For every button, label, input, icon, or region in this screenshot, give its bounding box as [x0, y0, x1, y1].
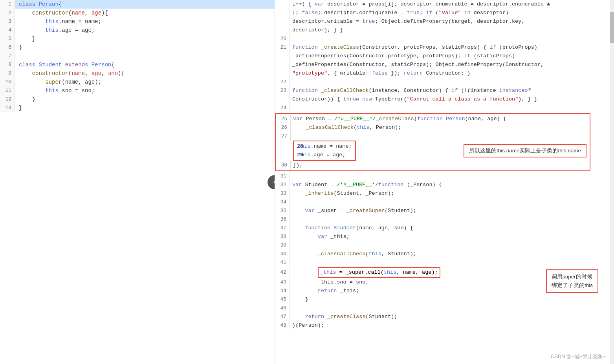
right-code-line-48: 48 }(Person); — [275, 321, 610, 330]
right-code-line-21b: _defineProperties(Constructor.prototype,… — [275, 52, 610, 60]
line-content — [290, 241, 610, 250]
right-code-line-42: 42 _this = _super.call(this, name, age); — [275, 267, 546, 278]
right-code-line-32: 32 var Student = /*#__PURE__*/function (… — [275, 181, 610, 189]
line-content: super(name, age); — [15, 78, 275, 86]
line-number: 20 — [275, 35, 290, 43]
right-code-line-22: 22 — [275, 78, 610, 86]
line-content: constructor(name, age, sno){ — [15, 69, 275, 78]
line-number: 3 — [0, 17, 15, 26]
line-number: 38 — [275, 232, 290, 241]
line-number — [275, 52, 290, 60]
line-content: this.sno = sno; — [15, 86, 275, 95]
line-content: this.name = name; — [297, 142, 352, 151]
line-number: 10 — [0, 78, 15, 86]
line-content: } — [15, 43, 275, 52]
right-code-line-33: 33 _inherits(Student, _Person); — [275, 189, 610, 198]
right-code-line-47: 47 return _createClass(Student); — [275, 313, 610, 321]
line-number: 48 — [275, 321, 290, 330]
line-content — [290, 304, 610, 313]
line-number: 41 — [275, 258, 290, 267]
line-content: }(Person); — [290, 321, 610, 330]
line-number: 11 — [0, 86, 15, 95]
line-number: 13 — [0, 104, 15, 112]
right-code-line-41: 41 — [275, 258, 610, 267]
right-code-line-45: 45 } — [275, 295, 610, 304]
code-line-2: 2 constructor(name, age){ — [0, 9, 275, 17]
line-number: 43 — [275, 278, 290, 287]
left-code-panel: 1 class Person{ 2 constructor(name, age)… — [0, 0, 275, 364]
line-content: Constructor)) { throw new TypeError("Can… — [290, 95, 610, 104]
right-code-line-23: 23 function _classCallCheck(instance, Co… — [275, 86, 610, 95]
line-number: 26 — [276, 123, 291, 132]
line-content: } — [290, 295, 610, 304]
scrollbar-thumb[interactable] — [610, 12, 614, 43]
right-code-line-36: 36 — [275, 215, 610, 224]
line-content — [290, 215, 610, 224]
line-number: 1 — [0, 0, 15, 9]
code-line-13: 13 } — [0, 104, 275, 112]
watermark: CSDN @~嘘~禁止想象~ — [551, 353, 606, 360]
right-code-line-21d: "prototype", { writable: false }); retur… — [275, 69, 610, 78]
line-content: function _classCallCheck(instance, Const… — [290, 86, 610, 95]
line-content: _this.sno = sno; — [290, 278, 546, 287]
inner-code: 28 this.name = name; 29 this.age = age; — [276, 141, 464, 161]
line-number — [275, 9, 290, 17]
line-number: 47 — [275, 313, 290, 321]
line-content: descriptor.writable = true; Object.defin… — [290, 17, 610, 26]
right-code-line-27: 27 — [276, 132, 590, 141]
line-number: 30 — [276, 161, 291, 170]
right-code-line-37: 37 function Student(name, age, sno) { — [275, 224, 610, 232]
line-content: _this = _super.call(this, name, age); — [290, 267, 440, 278]
right-code-line-26: 26 _classCallCheck(this, Person); — [276, 123, 590, 132]
line-content: || false; descriptor.configurable = true… — [290, 9, 610, 17]
line-number: 35 — [275, 207, 290, 215]
line-content: class Person{ — [15, 0, 275, 9]
line-number — [275, 17, 290, 26]
line-number: 33 — [275, 189, 290, 198]
line-content: var Person = /*#__PURE__*/_createClass(f… — [291, 115, 590, 123]
line-number: 12 — [0, 95, 15, 104]
right-code-line-34: 34 — [275, 198, 610, 207]
line-content: _defineProperties(Constructor, staticPro… — [290, 60, 610, 69]
code-line-1: 1 class Person{ — [0, 0, 275, 9]
line-number — [275, 95, 290, 104]
line-content: _classCallCheck(this, Student); — [290, 250, 610, 258]
line-number: 31 — [275, 172, 290, 181]
code-line-12: 12 } — [0, 95, 275, 104]
line-content: _classCallCheck(this, Person); — [291, 123, 590, 132]
line-content: } — [15, 35, 275, 43]
code-line-9: 9 constructor(name, age, sno){ — [0, 69, 275, 78]
right-code-line-40: 40 _classCallCheck(this, Student); — [275, 250, 610, 258]
scrollbar[interactable] — [610, 0, 614, 364]
annotation-label-2: 调用super的时候 绑定了子类的this — [546, 269, 598, 293]
right-code-line-43: 43 _this.sno = sno; — [275, 278, 546, 287]
right-code-line-46: 46 — [275, 304, 610, 313]
line-content: descriptor); } } — [290, 26, 610, 35]
right-code-line-35: 35 var _super = _createSuper(Student); — [275, 207, 610, 215]
line-number: 37 — [275, 224, 290, 232]
annotation-section-1: 25 var Person = /*#__PURE__*/_createClas… — [275, 113, 590, 171]
line-number — [275, 69, 290, 78]
line-number — [275, 0, 290, 9]
line-number: 42 — [275, 268, 290, 277]
line-number: 22 — [275, 78, 290, 86]
collapse-icon: ‹ — [272, 177, 275, 187]
line-number: 23 — [275, 86, 290, 95]
line-content: } — [15, 95, 275, 104]
line-number — [275, 26, 290, 35]
line-content — [290, 198, 610, 207]
line-number: 36 — [275, 215, 290, 224]
right-code-line-38: 38 var _this; — [275, 232, 610, 241]
line-content: var Student = /*#__PURE__*/function (_Pe… — [290, 181, 610, 189]
line-content — [290, 35, 610, 43]
right-code-line-28: 28 this.name = name; — [297, 142, 352, 151]
right-code-line-24: 24 — [275, 104, 610, 112]
right-code-line-21c: _defineProperties(Constructor, staticPro… — [275, 60, 610, 69]
right-code-line-top4: descriptor); } } — [275, 26, 610, 35]
line-number: 34 — [275, 198, 290, 207]
line-content: this.age = age; — [15, 26, 275, 35]
right-code-panel: i++) { var descriptor = props[i]; descri… — [275, 0, 614, 364]
code-line-7: 7 — [0, 52, 275, 60]
line-number: 40 — [275, 250, 290, 258]
annotation-label-1: 所以这里的this.name实际上是子类的this.name — [464, 144, 587, 157]
